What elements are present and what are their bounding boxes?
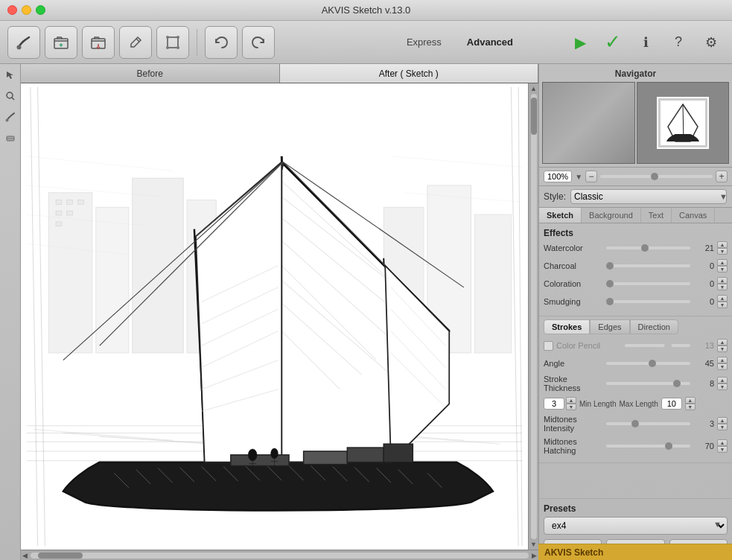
tab-sketch[interactable]: Sketch xyxy=(539,208,582,223)
zoom-tool[interactable] xyxy=(2,88,19,104)
charcoal-track[interactable] xyxy=(606,264,690,267)
scroll-thumb-h[interactable] xyxy=(38,553,83,559)
zoom-thumb[interactable] xyxy=(651,173,658,180)
open-button[interactable] xyxy=(45,26,77,59)
coloration-track[interactable] xyxy=(606,282,690,285)
zoom-plus-button[interactable]: + xyxy=(716,171,728,182)
close-button[interactable] xyxy=(7,5,17,15)
scroll-thumb-v[interactable] xyxy=(531,98,537,135)
coloration-thumb[interactable] xyxy=(606,280,614,287)
zoom-dropdown[interactable]: ▼ xyxy=(575,173,582,181)
color-pencil-checkbox[interactable] xyxy=(544,341,553,351)
max-length-stepper[interactable]: ▲ ▼ xyxy=(685,397,696,410)
charcoal-down[interactable]: ▼ xyxy=(717,266,728,273)
minimize-button[interactable] xyxy=(22,5,31,15)
save-button[interactable] xyxy=(82,26,115,59)
watercolor-stepper[interactable]: ▲ ▼ xyxy=(717,241,728,255)
stroke-thickness-stepper[interactable]: ▲ ▼ xyxy=(717,377,728,390)
express-tab[interactable]: Express xyxy=(396,34,452,51)
midtones-hatching-thumb[interactable] xyxy=(665,442,672,450)
run-button[interactable]: ▶ xyxy=(567,29,593,56)
presets-dropdown[interactable]: ex4 ex1 ex2 ex3 xyxy=(544,517,728,535)
brush-tool[interactable] xyxy=(2,109,19,125)
help-button[interactable]: ? xyxy=(665,29,692,56)
smudging-thumb[interactable] xyxy=(606,298,614,305)
max-length-down[interactable]: ▼ xyxy=(685,404,696,410)
midtones-intensity-down[interactable]: ▼ xyxy=(717,424,728,430)
horizontal-scrollbar[interactable]: ◀ ▶ xyxy=(21,550,538,560)
min-length-down[interactable]: ▼ xyxy=(566,404,576,410)
coloration-up[interactable]: ▲ xyxy=(717,277,728,284)
angle-thumb[interactable] xyxy=(649,360,656,367)
midtones-hatching-track[interactable] xyxy=(606,445,690,448)
brush-tool-button[interactable] xyxy=(7,26,40,59)
scroll-left-button[interactable]: ◀ xyxy=(22,552,28,559)
transform-button[interactable] xyxy=(156,26,189,59)
coloration-down[interactable]: ▼ xyxy=(717,284,728,290)
apply-button[interactable]: ✓ xyxy=(599,29,626,56)
min-length-stepper[interactable]: ▲ ▼ xyxy=(566,397,576,410)
watercolor-track[interactable] xyxy=(606,246,690,249)
strokes-tab-strokes[interactable]: Strokes xyxy=(544,319,590,334)
stroke-thickness-track[interactable] xyxy=(606,382,690,385)
midtones-intensity-thumb[interactable] xyxy=(631,420,639,427)
after-tab[interactable]: After ( Sketch ) xyxy=(280,64,539,83)
smudging-down[interactable]: ▼ xyxy=(717,302,728,308)
eraser-tool[interactable] xyxy=(2,130,19,146)
tab-text[interactable]: Text xyxy=(641,208,672,223)
midtones-intensity-up[interactable]: ▲ xyxy=(717,417,728,424)
max-length-up[interactable]: ▲ xyxy=(685,397,696,404)
undo-button[interactable] xyxy=(205,26,238,59)
charcoal-stepper[interactable]: ▲ ▼ xyxy=(717,259,728,273)
scroll-down-button[interactable]: ▼ xyxy=(530,541,537,548)
settings-button[interactable]: ⚙ xyxy=(698,29,725,56)
midtones-hatching-down[interactable]: ▼ xyxy=(717,446,728,453)
zoom-minus-button[interactable]: − xyxy=(585,171,597,182)
redo-button[interactable] xyxy=(242,26,275,59)
edit-tool-button[interactable] xyxy=(119,26,152,59)
charcoal-up[interactable]: ▲ xyxy=(717,259,728,266)
strokes-tab-direction[interactable]: Direction xyxy=(630,319,678,334)
smudging-track[interactable] xyxy=(606,300,690,303)
tab-background[interactable]: Background xyxy=(582,208,641,223)
stroke-thickness-thumb[interactable] xyxy=(673,380,681,387)
midtones-intensity-track[interactable] xyxy=(606,422,690,425)
color-pencil-thumb[interactable] xyxy=(664,342,672,349)
watercolor-up[interactable]: ▲ xyxy=(717,241,728,248)
stroke-thickness-up[interactable]: ▲ xyxy=(717,377,728,384)
smudging-stepper[interactable]: ▲ ▼ xyxy=(717,295,728,308)
charcoal-thumb[interactable] xyxy=(606,262,614,270)
canvas-viewport[interactable] xyxy=(21,83,528,550)
color-pencil-down[interactable]: ▼ xyxy=(717,346,728,352)
watercolor-thumb[interactable] xyxy=(641,244,649,252)
midtones-hatching-stepper[interactable]: ▲ ▼ xyxy=(717,439,728,453)
smudging-up[interactable]: ▲ xyxy=(717,295,728,302)
angle-up[interactable]: ▲ xyxy=(717,357,728,363)
before-tab[interactable]: Before xyxy=(21,64,280,83)
angle-track[interactable] xyxy=(606,362,690,365)
traffic-lights[interactable] xyxy=(7,5,45,15)
scroll-right-button[interactable]: ▶ xyxy=(532,552,537,559)
zoom-track[interactable] xyxy=(600,175,713,178)
angle-stepper[interactable]: ▲ ▼ xyxy=(717,357,728,370)
min-length-input[interactable] xyxy=(544,398,564,410)
scroll-up-button[interactable]: ▲ xyxy=(530,85,537,92)
coloration-stepper[interactable]: ▲ ▼ xyxy=(717,277,728,290)
style-dropdown[interactable]: Classic Artistic Manga xyxy=(570,189,727,204)
min-length-up[interactable]: ▲ xyxy=(566,397,576,404)
color-pencil-track[interactable] xyxy=(625,344,690,347)
watercolor-down[interactable]: ▼ xyxy=(717,248,728,255)
color-pencil-up[interactable]: ▲ xyxy=(717,339,728,346)
vertical-scrollbar[interactable]: ▲ ▼ xyxy=(528,83,538,550)
color-pencil-stepper[interactable]: ▲ ▼ xyxy=(717,339,728,352)
advanced-tab[interactable]: Advanced xyxy=(456,34,523,51)
midtones-hatching-up[interactable]: ▲ xyxy=(717,439,728,446)
midtones-intensity-stepper[interactable]: ▲ ▼ xyxy=(717,417,728,430)
select-tool[interactable] xyxy=(2,67,19,83)
angle-down[interactable]: ▼ xyxy=(717,363,728,370)
max-length-input[interactable] xyxy=(661,398,682,410)
stroke-thickness-down[interactable]: ▼ xyxy=(717,384,728,390)
maximize-button[interactable] xyxy=(36,5,45,15)
tab-canvas[interactable]: Canvas xyxy=(672,208,715,223)
strokes-tab-edges[interactable]: Edges xyxy=(590,319,629,334)
